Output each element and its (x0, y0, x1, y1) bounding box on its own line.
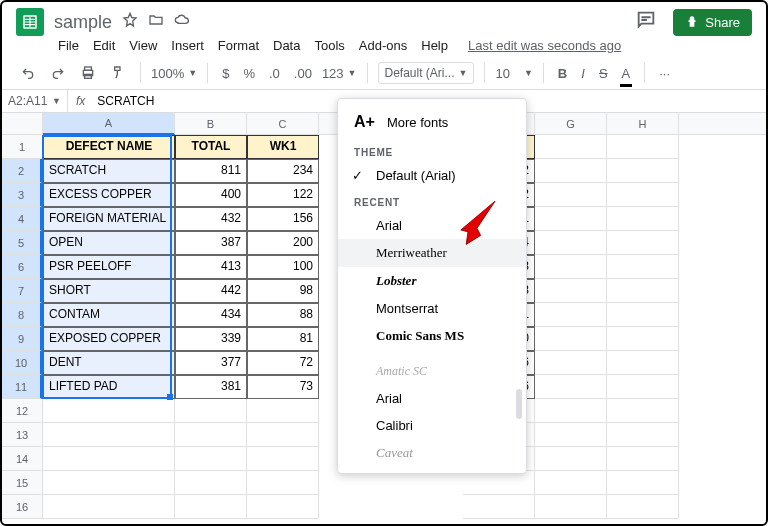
font-item-default[interactable]: ✓ Default (Arial) (338, 162, 526, 189)
cell[interactable] (175, 447, 247, 471)
cell[interactable] (607, 135, 679, 159)
cell[interactable]: 122 (247, 183, 319, 207)
cell[interactable] (43, 399, 175, 423)
cell[interactable]: DENT (43, 351, 175, 375)
font-size-select[interactable]: 10▼ (495, 66, 532, 81)
cell[interactable] (175, 495, 247, 519)
font-item[interactable]: Montserrat (338, 295, 526, 322)
cell[interactable]: 81 (247, 327, 319, 351)
cell[interactable]: 432 (175, 207, 247, 231)
cell[interactable] (607, 183, 679, 207)
cell[interactable]: 72 (247, 351, 319, 375)
cell[interactable] (535, 255, 607, 279)
redo-button[interactable] (46, 61, 70, 85)
menu-format[interactable]: Format (218, 38, 259, 53)
format-currency-button[interactable]: $ (218, 62, 233, 85)
cell[interactable]: 98 (247, 279, 319, 303)
row-header[interactable]: 11 (2, 375, 42, 399)
cell[interactable]: 73 (247, 375, 319, 399)
cell[interactable]: TOTAL (175, 135, 247, 159)
row-header[interactable]: 8 (2, 303, 42, 327)
cell[interactable] (535, 447, 607, 471)
cell[interactable] (607, 399, 679, 423)
document-title[interactable]: sample (54, 12, 112, 33)
cell[interactable]: DEFECT NAME (43, 135, 175, 159)
font-item[interactable]: Calibri (338, 412, 526, 439)
star-icon[interactable] (122, 12, 138, 32)
menu-insert[interactable]: Insert (171, 38, 204, 53)
row-header[interactable]: 16 (2, 495, 42, 519)
cell[interactable] (607, 279, 679, 303)
menu-view[interactable]: View (129, 38, 157, 53)
cell[interactable]: SHORT (43, 279, 175, 303)
menu-data[interactable]: Data (273, 38, 300, 53)
row-header[interactable]: 14 (2, 447, 42, 471)
paint-format-button[interactable] (106, 61, 130, 85)
cell[interactable] (535, 159, 607, 183)
format-percent-button[interactable]: % (239, 62, 259, 85)
cell[interactable] (247, 447, 319, 471)
cell[interactable] (535, 231, 607, 255)
cell[interactable]: 339 (175, 327, 247, 351)
font-item[interactable]: Amatic SC (338, 358, 526, 385)
bold-button[interactable]: B (554, 62, 571, 85)
cell[interactable] (607, 423, 679, 447)
font-family-select[interactable]: Default (Ari...▼ (378, 62, 475, 84)
cell[interactable] (607, 231, 679, 255)
italic-button[interactable]: I (577, 62, 589, 85)
cell[interactable] (463, 471, 535, 495)
strikethrough-button[interactable]: S (595, 62, 612, 85)
cell[interactable]: 811 (175, 159, 247, 183)
text-color-button[interactable]: A (618, 62, 635, 85)
cell[interactable] (247, 495, 319, 519)
cell[interactable]: 156 (247, 207, 319, 231)
cell[interactable]: LIFTED PAD (43, 375, 175, 399)
cell[interactable] (535, 207, 607, 231)
cell[interactable]: OPEN (43, 231, 175, 255)
cell[interactable]: EXPOSED COPPER (43, 327, 175, 351)
cell[interactable] (607, 159, 679, 183)
cell[interactable] (535, 495, 607, 519)
cell[interactable] (607, 375, 679, 399)
cell[interactable] (247, 471, 319, 495)
row-header[interactable]: 2 (2, 159, 42, 183)
last-edit-link[interactable]: Last edit was seconds ago (468, 38, 621, 53)
cell[interactable]: CONTAM (43, 303, 175, 327)
cell[interactable] (43, 447, 175, 471)
cell[interactable] (607, 447, 679, 471)
cell[interactable] (43, 471, 175, 495)
cell[interactable] (247, 423, 319, 447)
font-item[interactable]: Comic Sans MS (338, 322, 526, 350)
cell[interactable]: 400 (175, 183, 247, 207)
undo-button[interactable] (16, 61, 40, 85)
comments-icon[interactable] (635, 9, 657, 35)
cell[interactable]: 413 (175, 255, 247, 279)
increase-decimal-button[interactable]: .00 (290, 62, 316, 85)
select-all-corner[interactable] (2, 113, 42, 135)
font-item[interactable]: Arial (338, 385, 526, 412)
row-header[interactable]: 12 (2, 399, 42, 423)
row-header[interactable]: 5 (2, 231, 42, 255)
name-box[interactable]: A2:A11▼ (2, 90, 68, 112)
cell[interactable]: 434 (175, 303, 247, 327)
cell[interactable] (535, 279, 607, 303)
cell[interactable]: PSR PEELOFF (43, 255, 175, 279)
row-header[interactable]: 1 (2, 135, 42, 159)
menu-tools[interactable]: Tools (314, 38, 344, 53)
cell[interactable] (607, 327, 679, 351)
cell[interactable] (175, 399, 247, 423)
cell[interactable]: 200 (247, 231, 319, 255)
cell[interactable] (535, 135, 607, 159)
cell[interactable] (43, 423, 175, 447)
cell[interactable] (175, 471, 247, 495)
cell[interactable] (607, 303, 679, 327)
cell[interactable] (607, 471, 679, 495)
font-item[interactable]: Caveat (338, 439, 526, 467)
cell[interactable] (535, 423, 607, 447)
cell[interactable] (535, 399, 607, 423)
cell[interactable]: 234 (247, 159, 319, 183)
col-header[interactable]: G (535, 113, 607, 134)
zoom-select[interactable]: 100%▼ (151, 66, 197, 81)
number-format-select[interactable]: 123▼ (322, 66, 357, 81)
cell[interactable] (607, 351, 679, 375)
